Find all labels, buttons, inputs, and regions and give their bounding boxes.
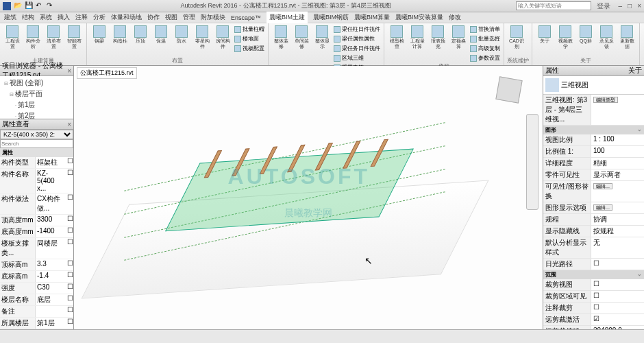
type-selector-row[interactable]: 三维视图 <box>543 76 644 95</box>
ribbon-btn-0-3[interactable]: 智能布置 <box>64 25 84 50</box>
project-browser-tree[interactable]: 视图 (全部)楼层平面第1层第2层第3层第4层第5层天花板平面三维视图{3D}{… <box>0 76 73 119</box>
ribbon-btn-1-2[interactable]: 压顶 <box>131 25 150 45</box>
ribbon-sm-3-0[interactable]: 替换清单 <box>469 25 501 34</box>
rprop-row[interactable]: 规程协调 <box>543 214 644 226</box>
tab-12[interactable]: 晨曦BIM土建 <box>267 12 308 23</box>
navigation-bar[interactable] <box>526 114 538 210</box>
view-cube[interactable] <box>495 76 522 103</box>
tab-0[interactable]: 建筑 <box>4 13 16 22</box>
tab-14[interactable]: 晨曦BIM算量 <box>354 13 390 22</box>
ribbon-btn-1-6[interactable]: 房间构件 <box>213 25 232 50</box>
signin-link[interactable]: 登录 <box>597 1 610 11</box>
prop-row[interactable]: 楼层名称底层☐ <box>0 294 73 306</box>
prop-grid[interactable]: 构件类型框架柱☐构件名称KZ-5(400 x...☐构件做法CX构件做...☐顶… <box>0 157 73 329</box>
tab-9[interactable]: 管理 <box>183 13 195 22</box>
properties-help[interactable]: 关于 <box>628 66 642 75</box>
minimize-button[interactable]: – <box>619 2 623 10</box>
rprop-row[interactable]: 详细程度精细 <box>543 158 644 169</box>
ribbon-btn-1-5[interactable]: 零星构件 <box>193 25 212 50</box>
prop-row[interactable]: 底标高m-1.4☐ <box>0 271 73 283</box>
tab-6[interactable]: 体量和场地 <box>111 13 142 22</box>
rprop-row[interactable]: 可见性/图形替换编辑... <box>543 181 644 202</box>
tab-11[interactable]: Enscape™ <box>231 14 261 21</box>
prop-search-input[interactable] <box>0 139 73 148</box>
prop-row[interactable]: 底高度mm-1400☐ <box>0 226 73 238</box>
rprop-row[interactable]: 零件可见性显示两者 <box>543 169 644 181</box>
rprop-row[interactable]: 日光路径☐ <box>543 259 644 270</box>
ribbon-sm-3-3[interactable]: 参数设置 <box>469 54 501 62</box>
ribbon-sm-2-0[interactable]: 梁任柱日件筏件 <box>333 25 381 34</box>
ribbon-btn-2-1[interactable]: 单间装修 <box>292 25 311 50</box>
rprop-row[interactable]: 远剪裁激活☑ <box>543 314 644 326</box>
project-browser-close-icon[interactable]: × <box>67 67 71 75</box>
rprop-row[interactable]: 视图比例1 : 100 <box>543 134 644 146</box>
edit-type-button[interactable]: 编辑类型 <box>593 97 618 103</box>
prop-row[interactable]: 顶高度mm3300☐ <box>0 215 73 226</box>
ribbon-btn-5-2[interactable]: QQ群 <box>576 25 595 45</box>
rprop-row[interactable]: 比例值 1:100 <box>543 146 644 158</box>
quick-access-toolbar[interactable]: 📂 💾 ↶ ↷ <box>14 1 56 11</box>
ribbon-sm-3-1[interactable]: 批量选择 <box>469 34 501 43</box>
account-area[interactable]: 登录 <box>597 1 610 11</box>
rprop-row[interactable]: 裁剪区域可见☐ <box>543 291 644 303</box>
qat-open-icon[interactable]: 📂 <box>14 1 23 11</box>
prop-row[interactable]: 构件名称KZ-5(400 x...☐ <box>0 169 73 193</box>
ribbon-btn-5-4[interactable]: 更新数据 <box>617 25 636 50</box>
tree-item-1[interactable]: 楼层平面 <box>1 88 72 99</box>
tree-item-3[interactable]: 第2层 <box>1 110 72 119</box>
instance-selector[interactable]: 三维视图: 第3层 - 第4层三维视... <box>543 95 591 125</box>
close-button[interactable]: × <box>637 2 641 10</box>
ribbon-btn-4-0[interactable]: CAD识别 <box>507 25 526 50</box>
properties-grid[interactable]: 图形视图比例1 : 100比例值 1:100详细程度精细零件可见性显示两者可见性… <box>543 126 644 329</box>
ribbon-sm-2-1[interactable]: 梁任属性属性 <box>333 34 381 43</box>
ribbon-btn-0-2[interactable]: 清单布置 <box>44 25 63 50</box>
qat-undo-icon[interactable]: ↶ <box>36 1 45 11</box>
ribbon-btn-3-1[interactable]: 工程量计算 <box>408 25 427 50</box>
edit-button[interactable]: 编辑... <box>593 183 612 189</box>
ribbon-tabs[interactable]: 建筑结构系统插入注释分析体量和场地协作视图管理附加模块Enscape™晨曦BIM… <box>0 12 644 23</box>
ribbon-btn-1-3[interactable]: 保温 <box>151 25 171 45</box>
tab-7[interactable]: 协作 <box>147 13 160 22</box>
tab-2[interactable]: 系统 <box>40 13 52 22</box>
help-search-input[interactable] <box>516 1 591 10</box>
qat-redo-icon[interactable]: ↷ <box>47 1 56 11</box>
rprop-row[interactable]: 注释裁剪☐ <box>543 303 644 314</box>
ribbon-btn-2-0[interactable]: 整体装修 <box>271 25 290 50</box>
3d-viewport[interactable]: 公寓楼工程1215.rvt AUTOSOFT 晨曦教学网 ↖ <box>74 66 543 329</box>
tab-15[interactable]: 晨曦BIM安装算量 <box>395 13 443 22</box>
ribbon-btn-3-0[interactable]: 模型检查 <box>387 25 406 50</box>
rprop-row[interactable]: 默认分析显示样式无 <box>543 237 644 259</box>
ribbon-btn-1-4[interactable]: 防水 <box>172 25 191 45</box>
prop-lookup-close-icon[interactable]: × <box>67 121 71 128</box>
ribbon-btn-0-1[interactable]: 构件分析 <box>23 25 42 50</box>
ribbon-btn-1-1[interactable]: 构造柱 <box>110 25 129 45</box>
ribbon-sm-2-3[interactable]: 区域三维 <box>333 54 381 62</box>
ribbon-btn-3-3[interactable]: 定额换算 <box>449 25 468 50</box>
qat-save-icon[interactable]: 💾 <box>25 1 34 11</box>
rprop-row[interactable]: 显示隐藏线按规程 <box>543 226 644 237</box>
ribbon-btn-5-0[interactable]: 关于 <box>535 25 554 45</box>
ribbon-sm-1-1[interactable]: 楼地面 <box>234 34 265 43</box>
rprop-row[interactable]: 裁剪视图☐ <box>543 279 644 291</box>
ribbon-btn-3-2[interactable]: 报表预览 <box>428 25 447 50</box>
ribbon-sm-3-2[interactable]: 高级复制 <box>469 44 501 53</box>
tab-8[interactable]: 视图 <box>165 13 177 22</box>
prop-category-0[interactable]: 图形 <box>543 126 644 134</box>
prop-row[interactable]: 备注☐ <box>0 306 73 318</box>
prop-row[interactable]: 顶标高m3.3☐ <box>0 259 73 271</box>
tab-16[interactable]: 修改 <box>449 13 461 22</box>
ribbon-sm-2-2[interactable]: 梁任务日件筏件 <box>333 44 381 53</box>
prop-row[interactable]: 楼板支撑类...同楼层☐ <box>0 238 73 259</box>
tree-item-2[interactable]: 第1层 <box>1 99 72 110</box>
tab-3[interactable]: 插入 <box>58 13 70 22</box>
prop-row[interactable]: 构件做法CX构件做...☐ <box>0 193 73 215</box>
tab-13[interactable]: 晨曦BIM钢筋 <box>313 13 349 22</box>
tab-4[interactable]: 注释 <box>75 13 88 22</box>
ribbon-btn-5-3[interactable]: 意见反馈 <box>597 25 616 50</box>
maximize-button[interactable]: □ <box>628 2 632 10</box>
edit-button[interactable]: 编辑... <box>593 204 612 211</box>
prop-row[interactable]: 所属楼层第1层☐ <box>0 318 73 329</box>
ribbon-btn-5-1[interactable]: 视频教学 <box>556 25 575 50</box>
view-tab[interactable]: 公寓楼工程1215.rvt <box>77 67 137 79</box>
ribbon-btn-1-0[interactable]: 钢梁 <box>90 25 109 45</box>
